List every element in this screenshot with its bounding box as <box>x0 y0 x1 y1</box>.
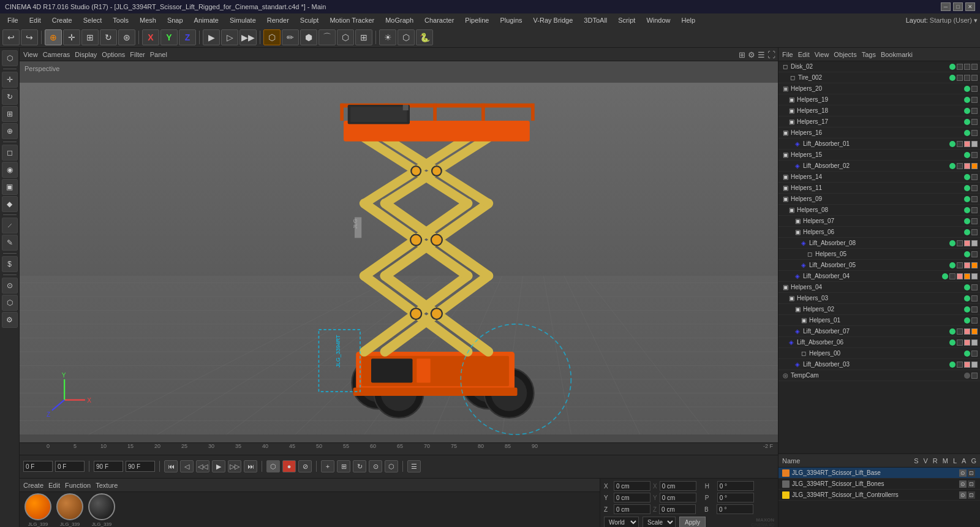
b-input[interactable] <box>717 504 753 514</box>
auto-button[interactable]: ⊘ <box>298 460 312 472</box>
obj-item-disk02[interactable]: ◻ Disk_02 <box>778 61 980 72</box>
left-btn-10[interactable]: ⟋ <box>2 218 18 233</box>
render-all-button[interactable]: ▶▶ <box>239 29 257 45</box>
obj-item-h20[interactable]: ▣ Helpers_20 <box>778 83 980 94</box>
timeline-btn-1[interactable]: + <box>321 460 334 472</box>
left-btn-6[interactable]: ◻ <box>2 145 18 161</box>
obj-item-h03[interactable]: ▣ Helpers_03 <box>778 293 980 304</box>
obj-item-h16[interactable]: ▣ Helpers_16 <box>778 127 980 138</box>
close-button[interactable]: ✕ <box>965 2 975 11</box>
bottom-item-base[interactable]: JLG_3394RT_Scissor_Lift_Base ⊙ ⊡ <box>778 468 980 479</box>
x-rot-input[interactable] <box>660 481 696 491</box>
material-3[interactable]: JLG_339 <box>88 493 115 527</box>
transform-tool-button[interactable]: ⊛ <box>118 29 135 45</box>
obj-item-h05[interactable]: ◻ Helpers_05 <box>778 249 980 260</box>
mat-create[interactable]: Create <box>23 482 43 489</box>
obj-item-la08[interactable]: ◈ Lift_Absorber_08 <box>778 238 980 249</box>
scale-tool-button[interactable]: ⊞ <box>81 29 99 45</box>
menu-render[interactable]: Render <box>262 15 294 25</box>
timeline-btn-3[interactable]: ↻ <box>353 460 366 472</box>
render-active-button[interactable]: ▷ <box>221 29 238 45</box>
mat-texture[interactable]: Texture <box>96 482 118 489</box>
menu-pipeline[interactable]: Pipeline <box>460 15 494 25</box>
menu-character[interactable]: Character <box>420 15 459 25</box>
menu-script[interactable]: Script <box>613 15 640 25</box>
viewport-canvas[interactable]: Perspective <box>20 61 778 442</box>
obj-item-h15[interactable]: ▣ Helpers_15 <box>778 150 980 161</box>
vp-icon-3[interactable]: ☰ <box>758 50 765 59</box>
menu-simulate[interactable]: Simulate <box>225 15 261 25</box>
obj-item-h09[interactable]: ▣ Helpers_09 <box>778 194 980 205</box>
vt-display[interactable]: Display <box>75 51 97 58</box>
play-button[interactable]: ▶ <box>212 460 225 472</box>
vt-view[interactable]: View <box>23 51 38 58</box>
obj-item-h19[interactable]: ▣ Helpers_19 <box>778 94 980 105</box>
key-button[interactable]: ⬡ <box>266 460 280 472</box>
move-tool-button[interactable]: ✛ <box>63 29 80 45</box>
obj-item-h11[interactable]: ▣ Helpers_11 <box>778 183 980 194</box>
obj-item-h01[interactable]: ▣ Helpers_01 <box>778 315 980 326</box>
left-btn-1[interactable]: ⬡ <box>2 50 18 66</box>
vt-filter[interactable]: Filter <box>130 51 145 58</box>
vt-options[interactable]: Options <box>102 51 125 58</box>
viewport[interactable]: View Cameras Display Options Filter Pane… <box>20 48 778 442</box>
redo-button[interactable]: ↪ <box>21 29 38 45</box>
texture-button[interactable]: ⬡ <box>398 29 415 45</box>
obj-bookmarki[interactable]: Bookmarki <box>881 51 913 58</box>
menu-mesh[interactable]: Mesh <box>135 15 161 25</box>
world-dropdown[interactable]: World Object <box>604 517 639 527</box>
timeline-btn-4[interactable]: ⊙ <box>369 460 382 472</box>
goto-start-button[interactable]: ⏮ <box>164 460 178 472</box>
obj-item-la07[interactable]: ◈ Lift_Absorber_07 <box>778 326 980 337</box>
y-axis-button[interactable]: Y <box>160 29 178 45</box>
obj-item-h08[interactable]: ▣ Helpers_08 <box>778 205 980 216</box>
obj-item-la02[interactable]: ◈ Lift_Absorber_02 <box>778 161 980 172</box>
obj-objects[interactable]: Objects <box>834 51 856 58</box>
z-pos-input[interactable] <box>614 504 650 514</box>
menu-tools[interactable]: Tools <box>108 15 134 25</box>
obj-tags[interactable]: Tags <box>862 51 876 58</box>
maximize-button[interactable]: □ <box>953 2 963 11</box>
record-button[interactable]: ● <box>282 460 296 472</box>
deformer-button[interactable]: ⬡ <box>337 29 354 45</box>
timeline-btn-6[interactable]: ☰ <box>407 460 421 472</box>
obj-item-h06[interactable]: ▣ Helpers_06 <box>778 227 980 238</box>
menu-create[interactable]: Create <box>47 15 77 25</box>
obj-item-la04[interactable]: ◈ Lift_Absorber_04 <box>778 271 980 282</box>
menu-select[interactable]: Select <box>78 15 107 25</box>
menu-sculpt[interactable]: Sculpt <box>295 15 324 25</box>
left-btn-4[interactable]: ⊞ <box>2 106 18 122</box>
menu-animate[interactable]: Animate <box>189 15 224 25</box>
timeline-btn-5[interactable]: ⬡ <box>385 460 398 472</box>
obj-item-h14[interactable]: ▣ Helpers_14 <box>778 172 980 183</box>
material-1[interactable]: JLG_339 <box>24 493 51 527</box>
x-axis-button[interactable]: X <box>142 29 159 45</box>
frame-end-input1[interactable] <box>94 461 123 472</box>
play-fwd-button[interactable]: ▷▷ <box>228 460 241 472</box>
obj-file[interactable]: File <box>782 51 793 58</box>
apply-button[interactable]: Apply <box>679 517 706 527</box>
left-btn-13[interactable]: ⊙ <box>2 278 18 294</box>
obj-item-h07[interactable]: ▣ Helpers_07 <box>778 216 980 227</box>
light-button[interactable]: ☀ <box>379 29 396 45</box>
obj-item-h02[interactable]: ▣ Helpers_02 <box>778 304 980 315</box>
vp-icon-1[interactable]: ⊞ <box>739 50 745 59</box>
render-view-button[interactable]: ▶ <box>203 29 220 45</box>
bottom-item-bones[interactable]: JLG_3394RT_Scissor_Lift_Bones ⊙ ⊡ <box>778 479 980 490</box>
x-pos-input[interactable] <box>614 481 650 491</box>
scale-dropdown[interactable]: Scale <box>643 517 676 527</box>
menu-edit[interactable]: Edit <box>24 15 46 25</box>
left-btn-9[interactable]: ◆ <box>2 196 18 212</box>
h-input[interactable] <box>717 481 754 491</box>
timeline-btn-2[interactable]: ⊞ <box>337 460 350 472</box>
mat-function[interactable]: Function <box>65 482 91 489</box>
select-tool-button[interactable]: ⊕ <box>45 29 62 45</box>
menu-mograph[interactable]: MoGraph <box>380 15 418 25</box>
undo-button[interactable]: ↩ <box>2 29 20 45</box>
left-btn-2[interactable]: ✛ <box>2 72 18 88</box>
polygon-button[interactable]: ⬢ <box>300 29 317 45</box>
frame-current-input[interactable] <box>55 461 85 472</box>
y-pos-input[interactable] <box>614 493 650 502</box>
minimize-button[interactable]: ─ <box>941 2 951 11</box>
menu-motiontracker[interactable]: Motion Tracker <box>325 15 379 25</box>
